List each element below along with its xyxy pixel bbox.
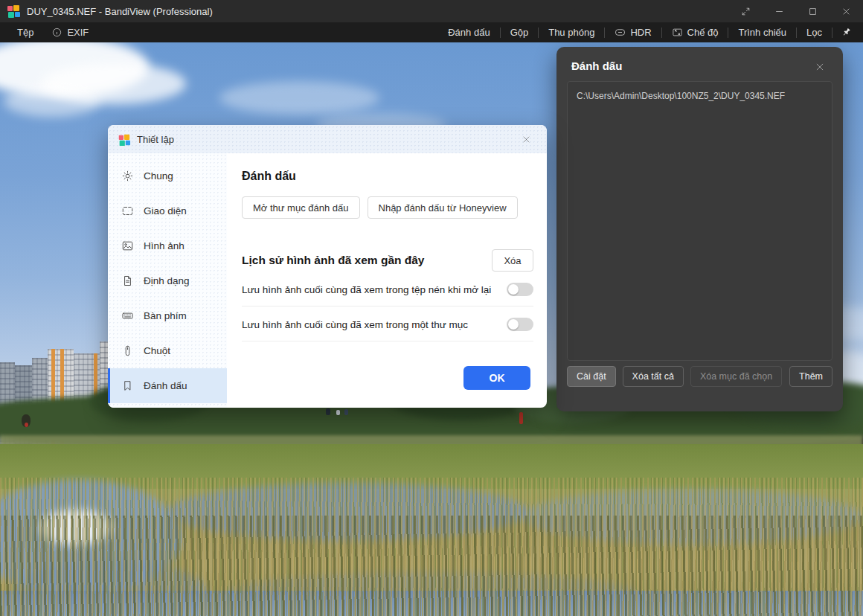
settings-dialog-title: Thiết lập xyxy=(137,134,174,145)
mouse-icon xyxy=(121,344,134,357)
settings-close-button[interactable] xyxy=(516,129,536,150)
menu-trinh-chieu[interactable]: Trình chiếu xyxy=(731,22,794,42)
menu-loc[interactable]: Lọc xyxy=(799,22,830,42)
distant-object xyxy=(336,410,340,415)
sidebar-item-label: Bàn phím xyxy=(144,310,187,321)
delete-all-button[interactable]: Xóa tất cả xyxy=(623,366,684,387)
menu-label: HDR xyxy=(630,27,651,38)
pin-button[interactable] xyxy=(835,22,857,42)
toggle-switch-folder[interactable] xyxy=(507,318,533,331)
maximize-button[interactable] xyxy=(796,0,830,22)
toggle-row-folder: Lưu hình ảnh cuối cùng đã xem trong một … xyxy=(242,308,533,341)
ok-button[interactable]: OK xyxy=(463,366,530,390)
expand-diagonal-icon xyxy=(741,7,751,16)
pin-icon xyxy=(841,27,852,38)
sidebar-item-danh-dau[interactable]: Đánh dấu xyxy=(108,368,227,403)
distant-object xyxy=(344,409,348,415)
bandiview-logo-icon xyxy=(119,134,129,144)
bookmark-list[interactable]: C:\Users\Admin\Desktop\100NZ5_2\DUY_0345… xyxy=(567,81,832,361)
bookmark-list-item[interactable]: C:\Users\Admin\Desktop\100NZ5_2\DUY_0345… xyxy=(568,88,832,104)
menu-label: EXIF xyxy=(67,27,89,38)
menu-label: Trình chiếu xyxy=(738,27,786,38)
menu-label: Gộp xyxy=(510,27,529,38)
sidebar-item-chuot[interactable]: Chuột xyxy=(108,333,227,368)
frame-icon xyxy=(121,205,134,217)
menu-tep[interactable]: Tệp xyxy=(10,22,41,42)
hdr-icon xyxy=(615,27,626,38)
toggle-row-archive: Lưu hình ảnh cuối cùng đã xem trong tệp … xyxy=(242,273,533,307)
fullscreen-button[interactable] xyxy=(729,0,763,22)
menu-separator xyxy=(538,28,539,38)
red-speck xyxy=(25,423,28,427)
red-figure xyxy=(519,412,523,424)
content-heading: Đánh dấu xyxy=(242,170,533,183)
menu-che-do[interactable]: Chế độ xyxy=(664,22,726,42)
info-circle-icon xyxy=(51,27,62,38)
menu-separator xyxy=(500,28,501,38)
close-icon xyxy=(522,135,531,144)
sidebar-item-label: Hình ảnh xyxy=(144,240,185,251)
menu-label: Tệp xyxy=(17,27,33,38)
cloud xyxy=(219,81,379,115)
import-honeyview-button[interactable]: Nhập đánh dấu từ Honeyview xyxy=(368,196,518,219)
close-window-button[interactable] xyxy=(830,0,863,22)
menubar: Tệp EXIF Đánh dấu Gộp Thu phóng HDR xyxy=(0,22,863,42)
sidebar-item-label: Chung xyxy=(144,170,173,182)
menu-label: Đánh dấu xyxy=(448,27,490,38)
gear-icon xyxy=(121,170,134,182)
sidebar-item-label: Định dạng xyxy=(144,275,190,286)
reed-texture-front xyxy=(0,516,863,616)
document-icon xyxy=(121,275,134,287)
minimize-button[interactable] xyxy=(763,0,796,22)
distant-object xyxy=(326,408,330,415)
open-bookmark-folder-button[interactable]: Mở thư mục đánh dấu xyxy=(242,196,360,219)
settings-sidebar: Chung Giao diện Hình ảnh Định dạng xyxy=(108,153,227,408)
menu-exif[interactable]: EXIF xyxy=(44,22,96,42)
close-icon xyxy=(841,7,851,16)
clear-history-button[interactable]: Xóa xyxy=(492,249,533,272)
menu-separator xyxy=(832,28,832,38)
image-icon xyxy=(121,240,134,252)
window-titlebar: DUY_0345.NEF - BandiView (Professional) xyxy=(0,0,863,22)
cloud xyxy=(4,86,100,117)
toggle-switch-archive[interactable] xyxy=(507,283,533,296)
maximize-icon xyxy=(808,7,818,16)
settings-dialog: Thiết lập Chung Giao diện xyxy=(108,125,547,408)
add-button[interactable]: Thêm xyxy=(789,366,832,387)
window-title: DUY_0345.NEF - BandiView (Professional) xyxy=(27,6,213,17)
bookmark-panel: Đánh dấu C:\Users\Admin\Desktop\100NZ5_2… xyxy=(556,47,843,411)
bookmark-panel-title: Đánh dấu xyxy=(571,60,828,72)
sidebar-item-label: Chuột xyxy=(144,345,170,356)
delete-selected-button[interactable]: Xóa mục đã chọn xyxy=(690,366,782,387)
sidebar-item-dinh-dang[interactable]: Định dạng xyxy=(108,263,227,298)
menu-separator xyxy=(796,28,797,38)
sidebar-item-ban-phim[interactable]: Bàn phím xyxy=(108,298,227,333)
menu-separator xyxy=(604,28,605,38)
bookmark-icon xyxy=(121,379,134,392)
toggle-label: Lưu hình ảnh cuối cùng đã xem trong tệp … xyxy=(242,284,491,295)
settings-dialog-titlebar: Thiết lập xyxy=(108,125,547,153)
bandiview-logo-icon xyxy=(7,5,20,18)
sidebar-item-hinh-anh[interactable]: Hình ảnh xyxy=(108,228,227,263)
menu-hdr[interactable]: HDR xyxy=(607,22,658,42)
menu-gop[interactable]: Gộp xyxy=(503,22,536,42)
mode-icon xyxy=(672,27,683,38)
minimize-icon xyxy=(774,7,784,16)
menu-thu-phong[interactable]: Thu phóng xyxy=(541,22,602,42)
sidebar-item-giao-dien[interactable]: Giao diện xyxy=(108,193,227,228)
toggle-label: Lưu hình ảnh cuối cùng đã xem trong một … xyxy=(242,319,468,330)
settings-button[interactable]: Cài đặt xyxy=(567,366,616,387)
bookmark-panel-close-button[interactable] xyxy=(810,57,830,77)
menu-label: Thu phóng xyxy=(548,27,594,38)
sidebar-item-label: Giao diện xyxy=(144,205,187,216)
menu-separator xyxy=(728,28,728,38)
menu-label: Lọc xyxy=(806,27,822,38)
sidebar-item-label: Đánh dấu xyxy=(144,380,187,391)
history-section-heading: Lịch sử hình ảnh đã xem gần đây xyxy=(242,254,425,267)
menu-danh-dau[interactable]: Đánh dấu xyxy=(440,22,497,42)
sidebar-item-chung[interactable]: Chung xyxy=(108,158,227,193)
menu-label: Chế độ xyxy=(687,27,719,38)
settings-content: Đánh dấu Mở thư mục đánh dấu Nhập đánh d… xyxy=(227,153,547,408)
menu-separator xyxy=(661,28,662,38)
keyboard-icon xyxy=(121,309,134,322)
